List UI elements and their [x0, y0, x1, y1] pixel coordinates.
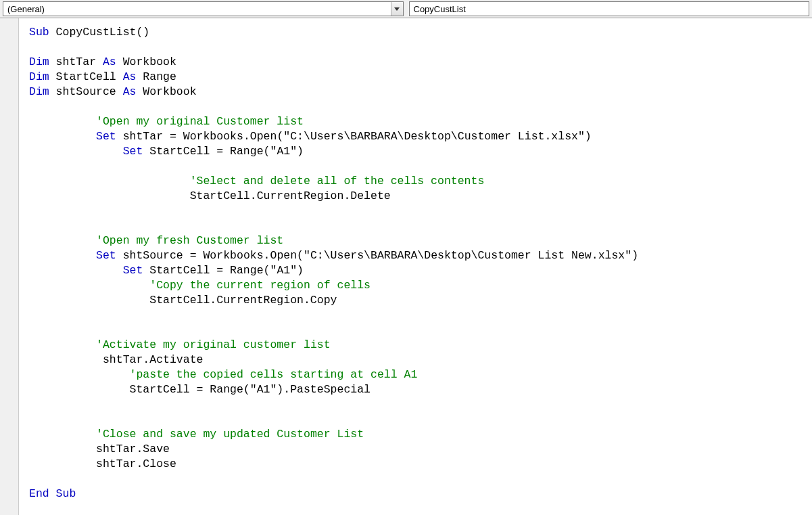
- code-line: 'Activate my original customer list: [29, 338, 802, 353]
- object-dropdown[interactable]: (General): [3, 1, 404, 16]
- code-line: Dim shtSource As Workbook: [29, 85, 802, 99]
- code-line: End Sub: [29, 487, 802, 501]
- code-line: StartCell = Range("A1").PasteSpecial: [29, 382, 802, 397]
- code-pane[interactable]: Sub CopyCustList() Dim shtTar As Workboo…: [19, 18, 812, 515]
- procedure-dropdown-value: CopyCustList: [410, 3, 809, 16]
- code-line: [29, 159, 802, 174]
- code-line: Set shtSource = Workbooks.Open("C:\Users…: [29, 248, 802, 263]
- code-line: 'Select and delete all of the cells cont…: [29, 174, 802, 189]
- code-line: [29, 308, 802, 323]
- code-line: [29, 219, 802, 233]
- object-dropdown-value: (General): [3, 3, 391, 16]
- code-line: 'paste the copied cells starting at cell…: [29, 367, 802, 382]
- code-line: 'Open my original Customer list: [29, 114, 802, 129]
- code-line: [29, 40, 802, 55]
- code-line: [29, 99, 802, 114]
- code-line: 'Open my fresh Customer list: [29, 233, 802, 248]
- code-line: 'Copy the current region of cells: [29, 278, 802, 293]
- code-line: StartCell.CurrentRegion.Delete: [29, 189, 802, 204]
- code-line: shtTar.Activate: [29, 353, 802, 367]
- code-line: Set StartCell = Range("A1"): [29, 263, 802, 278]
- code-line: 'Close and save my updated Customer List: [29, 427, 802, 442]
- code-line: [29, 204, 802, 219]
- code-line: [29, 412, 802, 427]
- code-line: [29, 472, 802, 487]
- code-line: shtTar.Close: [29, 457, 802, 472]
- dropdown-arrow-icon[interactable]: [391, 2, 403, 16]
- margin-indicator-bar: [0, 18, 19, 515]
- procedure-dropdown[interactable]: CopyCustList: [409, 1, 810, 16]
- editor-header: (General) CopyCustList: [0, 0, 812, 18]
- code-line: [29, 323, 802, 338]
- code-line: StartCell.CurrentRegion.Copy: [29, 293, 802, 308]
- code-line: Set StartCell = Range("A1"): [29, 144, 802, 159]
- code-line: Dim StartCell As Range: [29, 70, 802, 85]
- code-line: [29, 397, 802, 412]
- code-line: Set shtTar = Workbooks.Open("C:\Users\BA…: [29, 129, 802, 144]
- code-line: Dim shtTar As Workbook: [29, 55, 802, 70]
- editor-area: Sub CopyCustList() Dim shtTar As Workboo…: [0, 18, 812, 515]
- code-line: Sub CopyCustList(): [29, 25, 802, 40]
- code-line: shtTar.Save: [29, 442, 802, 457]
